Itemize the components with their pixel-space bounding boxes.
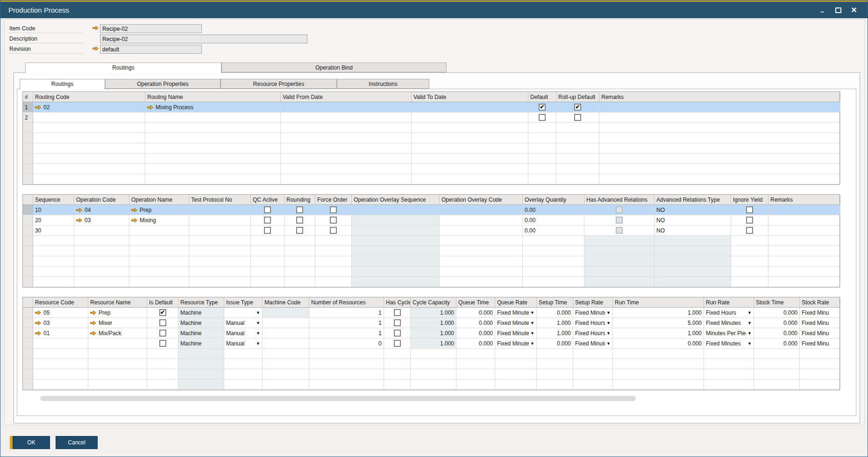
cell-issue-type[interactable]	[224, 359, 263, 369]
cell-valid-from-date[interactable]	[281, 154, 412, 163]
cell-advanced-relations-type[interactable]: NO	[655, 215, 731, 225]
cell-test-protocol-no[interactable]	[189, 215, 251, 225]
description-input[interactable]	[100, 35, 307, 43]
cell-operation-name[interactable]: Prep	[129, 205, 189, 215]
header-cell-queue-time[interactable]: Queue Time	[456, 297, 495, 307]
dropdown-arrow-icon[interactable]: ▼	[529, 331, 534, 336]
cell-routing-code[interactable]: 02	[33, 102, 145, 112]
checkbox[interactable]	[746, 227, 753, 234]
cell-row-number[interactable]	[23, 133, 33, 143]
cell-row-handle[interactable]	[23, 369, 33, 379]
header-cell-run-time[interactable]: Run Time	[613, 297, 704, 307]
cell-operation-code[interactable]	[74, 236, 129, 246]
cell-run-rate[interactable]: Fixed Minutes▼	[704, 318, 754, 328]
cell-has-cycles[interactable]	[384, 328, 411, 338]
cell-routing-name[interactable]	[145, 133, 281, 143]
header-cell-stock-time[interactable]: Stock Time	[754, 297, 800, 307]
header-cell-row-handle[interactable]	[23, 195, 33, 204]
cell-overlay-quantity[interactable]	[523, 246, 584, 256]
cell-operation-code[interactable]	[74, 277, 129, 287]
cell-stock-time[interactable]	[754, 369, 800, 379]
header-cell-default[interactable]: Default	[528, 92, 556, 102]
link-arrow-icon[interactable]	[76, 218, 82, 223]
header-cell-valid-to-date[interactable]: Valid To Date	[412, 92, 528, 102]
cell-setup-rate[interactable]: Fixed Hours▼	[573, 328, 613, 338]
tab-operation-properties-inner[interactable]: Operation Properties	[105, 79, 221, 89]
link-arrow-icon[interactable]	[35, 331, 41, 336]
cell-queue-time[interactable]	[456, 359, 495, 369]
cell-stock-time[interactable]	[754, 349, 800, 359]
header-cell-routing-code[interactable]: Routing Code	[33, 92, 145, 102]
cell-valid-from-date[interactable]	[281, 133, 412, 143]
cell-run-rate[interactable]: Fixed Minutes▼	[704, 338, 754, 348]
header-cell-valid-from-date[interactable]: Valid From Date	[281, 92, 412, 102]
cell-issue-type[interactable]	[224, 369, 263, 379]
header-cell-roll-up-default[interactable]: Roll-up Default	[556, 92, 599, 102]
cell-rounding[interactable]	[285, 215, 315, 225]
cell-rounding[interactable]	[285, 205, 315, 215]
checkbox[interactable]: ✔	[574, 104, 581, 111]
cell-resource-name[interactable]: Mixer	[88, 318, 147, 328]
cell-sequence[interactable]: 30	[33, 225, 74, 235]
cell-test-protocol-no[interactable]	[189, 236, 251, 246]
cell-remarks[interactable]	[768, 267, 840, 276]
cell-row-handle[interactable]	[23, 338, 33, 348]
cell-operation-overlay-code[interactable]	[440, 267, 523, 276]
dropdown-arrow-icon[interactable]: ▼	[605, 331, 611, 336]
checkbox[interactable]	[330, 206, 337, 213]
link-arrow-icon[interactable]	[90, 331, 96, 336]
dropdown-arrow-icon[interactable]: ▼	[746, 310, 752, 315]
cell-queue-rate[interactable]: Fixed Minutes▼	[495, 308, 537, 317]
cell-sequence[interactable]	[33, 256, 74, 266]
cell-stock-rate[interactable]: Fixed Minutes	[800, 318, 840, 328]
cell-run-time[interactable]: 0.000	[613, 338, 704, 348]
cell-queue-rate[interactable]	[495, 359, 537, 369]
cell-sequence[interactable]	[33, 277, 74, 287]
cell-operation-code[interactable]	[74, 256, 129, 266]
cell-machine-code[interactable]	[263, 380, 309, 389]
dropdown-arrow-icon[interactable]: ▼	[255, 331, 260, 336]
cell-test-protocol-no[interactable]	[189, 267, 251, 276]
checkbox[interactable]	[394, 330, 401, 337]
cell-setup-rate[interactable]: Fixed Minutes▼	[573, 338, 613, 348]
cell-default[interactable]: ✔	[528, 102, 556, 112]
checkbox[interactable]: ✔	[159, 309, 166, 316]
cell-setup-rate[interactable]	[573, 359, 613, 369]
cell-setup-time[interactable]: 0.000	[537, 308, 573, 317]
cell-issue-type[interactable]	[224, 380, 263, 389]
checkbox[interactable]	[159, 340, 166, 347]
link-arrow-icon[interactable]	[90, 310, 96, 315]
cell-valid-from-date[interactable]	[281, 102, 412, 112]
checkbox[interactable]	[394, 340, 401, 347]
cell-remarks[interactable]	[599, 102, 840, 112]
header-cell-cycle-capacity[interactable]: Cycle Capacity	[411, 297, 456, 307]
cell-sequence[interactable]	[33, 246, 74, 256]
cell-remarks[interactable]	[768, 225, 840, 235]
header-cell-is-default[interactable]: Is Default	[147, 297, 178, 307]
cell-resource-code[interactable]	[33, 359, 88, 369]
dropdown-arrow-icon[interactable]: ▼	[529, 321, 534, 325]
checkbox[interactable]	[159, 330, 166, 337]
cell-run-time[interactable]: 5.000	[613, 318, 704, 328]
cell-routing-name[interactable]: Mixing Process	[145, 102, 281, 112]
cell-remarks[interactable]	[768, 277, 840, 287]
dropdown-arrow-icon[interactable]: ▼	[605, 321, 611, 325]
cell-ignore-yield[interactable]	[731, 205, 768, 215]
cell-machine-code[interactable]	[263, 369, 309, 379]
cell-run-time[interactable]: 1.000	[613, 328, 704, 338]
cell-run-rate[interactable]	[704, 359, 754, 369]
cell-setup-rate[interactable]	[573, 380, 613, 389]
cell-setup-time[interactable]: 1.000	[537, 318, 573, 328]
cell-routing-code[interactable]	[33, 154, 145, 163]
cell-operation-name[interactable]	[129, 267, 189, 276]
checkbox[interactable]	[296, 227, 303, 234]
cell-machine-code[interactable]	[263, 359, 309, 369]
cell-row-number[interactable]	[23, 174, 33, 184]
maximize-button[interactable]	[830, 2, 846, 18]
cell-setup-time[interactable]	[537, 359, 573, 369]
cell-stock-rate[interactable]	[800, 380, 840, 389]
cell-stock-rate[interactable]	[800, 369, 840, 379]
checkbox[interactable]	[574, 114, 581, 121]
cell-machine-code[interactable]	[263, 328, 309, 338]
checkbox[interactable]	[746, 206, 753, 213]
